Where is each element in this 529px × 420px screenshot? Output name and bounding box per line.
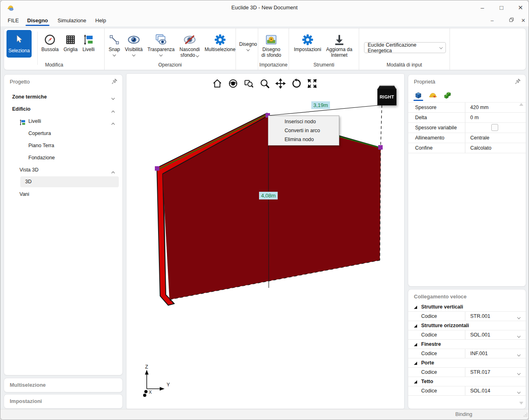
property-row[interactable]: Confine Calcolato xyxy=(408,143,526,153)
tree-item-piano-terra[interactable]: Piano Terra xyxy=(4,139,122,152)
tree-item-livelli[interactable]: Livelli xyxy=(4,115,122,127)
tree-item-3d-selected[interactable]: 3D xyxy=(4,176,122,188)
tree-item-fondazione[interactable]: Fondazione xyxy=(4,152,122,164)
codice-select[interactable]: INF.001 xyxy=(465,349,526,358)
livelli-button[interactable]: Livelli xyxy=(80,30,97,52)
section-strutture-orizzontali[interactable]: Strutture orizzontali xyxy=(408,321,526,330)
dimension-height-label: 4,08m xyxy=(259,192,278,199)
context-menu-item-elimina-nodo[interactable]: Elimina nodo xyxy=(268,135,339,144)
fullscreen-icon[interactable] xyxy=(306,78,318,89)
tree-item-vista-3d[interactable]: Vista 3D xyxy=(4,164,122,176)
zoom-window-icon[interactable] xyxy=(243,78,255,89)
codice-select[interactable]: SOL.014 xyxy=(465,386,526,395)
maximize-button[interactable]: □ xyxy=(495,3,508,13)
project-tree: Zone termiche Edificio Livelli Copertura… xyxy=(4,88,122,200)
window-title: Euclide 3D - New Document xyxy=(0,4,529,11)
property-row[interactable]: Spessore 420 mm xyxy=(408,103,526,113)
tab-wall-cube-icon[interactable] xyxy=(413,90,424,101)
doc-minimize-button[interactable]: – xyxy=(487,17,497,25)
multiselezione-panel-title: Multiselezione xyxy=(4,378,122,388)
chevron-up-icon xyxy=(111,171,115,175)
rotate-undo-icon[interactable] xyxy=(291,78,302,89)
properties-panel-title: Proprietà xyxy=(414,79,435,85)
tab-helmet-icon[interactable] xyxy=(428,90,438,101)
context-menu-item-inserisci-nodo[interactable]: Inserisci nodo xyxy=(268,117,339,126)
axis-x-label: X xyxy=(149,390,152,394)
properties-tabs xyxy=(408,88,526,103)
zoom-icon[interactable] xyxy=(259,78,270,89)
scroll-down-icon[interactable] xyxy=(519,402,523,405)
disegno-dropdown-button[interactable]: Disegno xyxy=(237,39,259,51)
grid-icon xyxy=(65,33,76,47)
doc-close-button[interactable]: ✕ xyxy=(518,17,529,25)
doc-restore-button[interactable] xyxy=(506,17,517,25)
snap-button[interactable]: Snap xyxy=(106,30,122,56)
disegno-di-sfondo-button[interactable]: Disegno di sfondo xyxy=(259,30,284,58)
bussola-button[interactable]: Bussola xyxy=(39,30,61,52)
pan-icon[interactable] xyxy=(275,78,286,89)
view-cube[interactable]: RIGHT xyxy=(377,85,396,105)
view-cube-top-face xyxy=(378,85,396,89)
wall-3d-scene: Z Y X xyxy=(126,74,405,409)
input-mode-value: Euclide Certificazione Energetica xyxy=(368,42,440,54)
multiselezione-button[interactable]: Multiselezione xyxy=(202,30,238,52)
tree-item-vani[interactable]: Vani xyxy=(4,188,122,200)
section-tetto[interactable]: Tetto xyxy=(408,377,526,386)
collapse-triangle-icon xyxy=(414,343,417,346)
input-mode-select[interactable]: Euclide Certificazione Energetica xyxy=(364,42,446,53)
section-porte[interactable]: Porte xyxy=(408,358,526,368)
spessore-variabile-checkbox[interactable] xyxy=(491,124,498,131)
codice-select[interactable]: SOL.001 xyxy=(465,330,526,339)
griglia-button[interactable]: Griglia xyxy=(61,30,80,52)
resize-grip[interactable] xyxy=(523,411,528,419)
nascondi-sfondo-button[interactable]: Nascondi sfondo xyxy=(177,30,202,58)
close-button[interactable]: ✕ xyxy=(514,3,527,13)
menu-help[interactable]: Help xyxy=(94,17,108,24)
seleziona-button[interactable]: Seleziona xyxy=(6,30,32,58)
project-panel: Progetto Zone termiche Edificio Livelli … xyxy=(4,74,123,375)
eye-icon[interactable] xyxy=(227,78,239,89)
impostazioni-button[interactable]: Impostazioni xyxy=(291,30,323,52)
cursor-icon xyxy=(14,34,24,46)
section-strutture-verticali[interactable]: Strutture verticali xyxy=(408,302,526,312)
quick-row: Codice INF.001 xyxy=(408,349,526,358)
multiselezione-panel[interactable]: Multiselezione xyxy=(4,378,123,392)
scroll-up-icon[interactable] xyxy=(519,103,523,106)
menu-simulazione[interactable]: Simulazione xyxy=(56,17,88,24)
property-row[interactable]: Spessore variabile xyxy=(408,123,526,133)
minimize-button[interactable]: – xyxy=(476,3,488,13)
property-row[interactable]: Allineamento Centrale xyxy=(408,133,526,143)
tree-item-zone-termiche[interactable]: Zone termiche xyxy=(4,91,122,103)
pin-icon[interactable] xyxy=(515,78,521,86)
quick-links-panel: Collegamento veloce Strutture verticali … xyxy=(408,289,526,409)
chevron-down-icon xyxy=(113,53,116,56)
tab-green-cubes-icon[interactable] xyxy=(442,90,453,101)
transparency-icon xyxy=(154,33,167,47)
dimension-width-label: 3,19m xyxy=(311,101,330,109)
visibilita-button[interactable]: Visibilità xyxy=(122,30,145,56)
context-menu-item-converti-in-arco[interactable]: Converti in arco xyxy=(268,126,339,135)
viewport-3d[interactable]: Z Y X 3,19m 4,08m RIGHT Inserisci nodo C… xyxy=(126,73,405,409)
dashed-guide-line xyxy=(381,105,382,147)
menu-file[interactable]: FILE xyxy=(6,17,20,24)
chevron-down-icon xyxy=(111,96,115,100)
node-handle-right[interactable] xyxy=(378,145,383,150)
home-icon[interactable] xyxy=(212,78,223,89)
trasparenza-button[interactable]: Trasparenza xyxy=(145,30,177,56)
group-label-modalita: Modalità di input xyxy=(359,62,450,68)
impostazioni-panel[interactable]: Impostazioni xyxy=(4,394,123,409)
node-handle-left[interactable] xyxy=(155,166,159,171)
project-panel-title: Progetto xyxy=(10,79,30,85)
tree-item-edificio[interactable]: Edificio xyxy=(4,103,122,115)
pin-icon[interactable] xyxy=(111,78,118,86)
chevron-up-icon xyxy=(111,123,115,126)
menu-disegno[interactable]: Disegno xyxy=(26,17,49,24)
section-finestre[interactable]: Finestre xyxy=(408,340,526,349)
codice-select[interactable]: STR.017 xyxy=(465,368,526,377)
ribbon-group-importazione: Disegno di sfondo Importazione xyxy=(258,28,289,70)
aggiorna-da-internet-button[interactable]: Aggiorna da Internet xyxy=(323,30,355,58)
chevron-down-icon xyxy=(246,48,250,51)
tree-item-copertura[interactable]: Copertura xyxy=(4,127,122,139)
codice-select[interactable]: STR.001 xyxy=(465,312,526,321)
property-row[interactable]: Delta 0 m xyxy=(408,113,526,123)
